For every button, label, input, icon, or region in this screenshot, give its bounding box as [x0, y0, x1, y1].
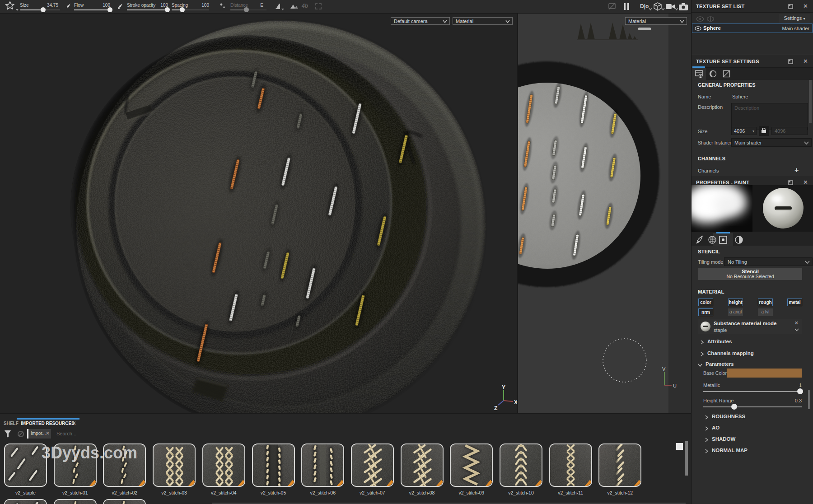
svg-text:U: U [673, 383, 677, 388]
svg-text:Y: Y [502, 384, 505, 391]
svg-text:Z: Z [494, 405, 497, 411]
svg-text:V: V [662, 366, 666, 372]
